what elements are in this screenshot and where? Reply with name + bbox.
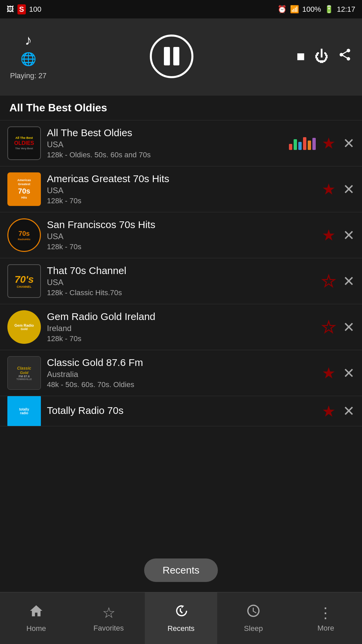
station-info: Gem Radio Gold Ireland Ireland 128k - 70…	[47, 311, 316, 343]
remove-button[interactable]: ✕	[343, 273, 355, 289]
station-name: That 70s Channel	[47, 265, 316, 276]
station-logo: Gem Radio Gold	[7, 310, 41, 344]
nav-item-favorites[interactable]: ☆ Favorites	[72, 592, 145, 644]
radio-app-icon: S	[17, 4, 26, 14]
remove-button[interactable]: ✕	[343, 135, 355, 152]
pause-icon	[164, 47, 179, 65]
status-bar: 🖼 S 100 ⏰ 📶 100% 🔋 12:17	[0, 0, 362, 18]
nav-label-favorites: Favorites	[94, 624, 124, 633]
station-info: San Franciscos 70s Hits USA 128k - 70s	[47, 219, 316, 251]
power-button[interactable]: ⏻	[314, 48, 328, 64]
station-list: All The Best OLDIES The Very Best All Th…	[0, 120, 362, 426]
station-bitrate: 128k - 70s	[47, 334, 316, 343]
station-name: All The Best Oldies	[47, 127, 280, 139]
station-logo: 70's CHANNEL	[7, 264, 41, 298]
nav-item-recents[interactable]: Recents	[145, 592, 217, 644]
station-item[interactable]: 70's CHANNEL That 70s Channel USA 128k -…	[0, 258, 362, 304]
remove-button[interactable]: ✕	[343, 319, 355, 335]
station-name: Gem Radio Gold Ireland	[47, 311, 316, 322]
station-country: USA	[47, 186, 316, 195]
status-left: 🖼 S 100	[7, 4, 41, 14]
station-item[interactable]: Classic Gold FM 87.6 TOWNSVILLE Classic …	[0, 350, 362, 396]
player-header: ♪ 🌐 Playing: 27 ■ ⏻	[0, 18, 362, 96]
station-actions: ★ ✕	[322, 364, 355, 382]
station-actions: ★ ✕	[322, 180, 355, 198]
nav-item-more[interactable]: ⋮ More	[290, 592, 362, 644]
station-bitrate: 128k - 70s	[47, 243, 316, 251]
wifi-icon: 📶	[290, 5, 299, 14]
station-info: Americas Greatest 70s Hits USA 128k - 70…	[47, 173, 316, 205]
favorites-icon: ☆	[102, 604, 115, 621]
station-country: Australia	[47, 370, 316, 379]
station-info: All The Best Oldies USA 128k - Oldies. 5…	[47, 127, 280, 159]
home-icon	[29, 603, 44, 622]
station-list-container: All The Best OLDIES The Very Best All Th…	[0, 120, 362, 593]
playing-label: Playing: 27	[10, 71, 47, 80]
station-logo: All The Best OLDIES The Very Best	[7, 126, 41, 160]
battery-icon: 🔋	[324, 5, 334, 14]
favorite-button[interactable]: ★	[322, 318, 336, 336]
station-logo: totallyradio	[7, 396, 41, 426]
station-country: USA	[47, 278, 316, 287]
share-button[interactable]	[338, 48, 352, 65]
globe-icon[interactable]: 🌐	[20, 52, 36, 66]
station-name: Classic Gold 87.6 Fm	[47, 357, 316, 368]
station-actions: ★ ✕	[322, 134, 355, 152]
nav-label-recents: Recents	[168, 624, 195, 633]
equalizer-bars	[289, 137, 316, 150]
favorite-button[interactable]: ★	[322, 180, 336, 198]
station-bitrate: 128k - 70s	[47, 197, 316, 205]
pause-button[interactable]	[150, 35, 193, 78]
favorite-button[interactable]: ★	[322, 272, 336, 290]
section-title-text: All The Best Oldies	[9, 102, 107, 114]
status-right: ⏰ 📶 100% 🔋 12:17	[278, 5, 355, 14]
station-actions: ★ ✕	[322, 318, 355, 336]
music-icon[interactable]: ♪	[25, 32, 32, 48]
bottom-nav: Home ☆ Favorites Recents Sleep ⋮ More	[0, 592, 362, 644]
station-item[interactable]: Gem Radio Gold Gem Radio Gold Ireland Ir…	[0, 304, 362, 350]
station-bitrate: 128k - Classic Hits.70s	[47, 288, 316, 297]
more-icon: ⋮	[318, 604, 334, 621]
battery-level: 100%	[302, 5, 321, 14]
station-actions: ★ ✕	[322, 272, 355, 290]
favorite-button[interactable]: ★	[322, 134, 336, 152]
section-title: All The Best Oldies	[0, 96, 362, 120]
nav-label-sleep: Sleep	[244, 624, 263, 633]
favorite-button[interactable]: ★	[322, 402, 336, 420]
photo-icon: 🖼	[7, 5, 14, 14]
station-country: USA	[47, 140, 280, 149]
player-right-controls: ■ ⏻	[297, 48, 352, 65]
player-left-controls: ♪ 🌐 Playing: 27	[10, 32, 47, 80]
nav-label-home: Home	[26, 624, 46, 633]
station-info: Totally Radio 70s	[47, 405, 316, 418]
nav-item-sleep[interactable]: Sleep	[217, 592, 290, 644]
favorite-button[interactable]: ★	[322, 364, 336, 382]
remove-button[interactable]: ✕	[343, 227, 355, 244]
station-name: Totally Radio 70s	[47, 405, 316, 416]
remove-button[interactable]: ✕	[343, 365, 355, 381]
station-country: USA	[47, 232, 316, 241]
station-info: Classic Gold 87.6 Fm Australia 48k - 50s…	[47, 357, 316, 389]
station-item[interactable]: 70s RadioHits San Franciscos 70s Hits US…	[0, 212, 362, 258]
station-bitrate: 48k - 50s. 60s. 70s. Oldies	[47, 380, 316, 389]
station-bitrate: 128k - Oldies. 50s. 60s and 70s	[47, 151, 280, 159]
time-display: 12:17	[337, 5, 355, 14]
station-actions: ★ ✕	[322, 226, 355, 244]
stop-button[interactable]: ■	[297, 48, 305, 64]
station-logo: Americas Greatest 70s Hits	[7, 172, 41, 206]
nav-label-more: More	[317, 624, 334, 633]
nav-item-home[interactable]: Home	[0, 592, 72, 644]
station-logo: 70s RadioHits	[7, 218, 41, 252]
station-item[interactable]: Americas Greatest 70s Hits Americas Grea…	[0, 166, 362, 212]
station-logo: Classic Gold FM 87.6 TOWNSVILLE	[7, 356, 41, 390]
sleep-icon	[246, 603, 261, 622]
station-item[interactable]: totallyradio Totally Radio 70s ★ ✕	[0, 396, 362, 426]
alarm-icon: ⏰	[278, 5, 287, 14]
station-name: San Franciscos 70s Hits	[47, 219, 316, 230]
remove-button[interactable]: ✕	[343, 403, 355, 419]
station-country: Ireland	[47, 324, 316, 333]
recents-icon	[174, 603, 188, 622]
station-item[interactable]: All The Best OLDIES The Very Best All Th…	[0, 120, 362, 166]
remove-button[interactable]: ✕	[343, 181, 355, 198]
favorite-button[interactable]: ★	[322, 226, 336, 244]
